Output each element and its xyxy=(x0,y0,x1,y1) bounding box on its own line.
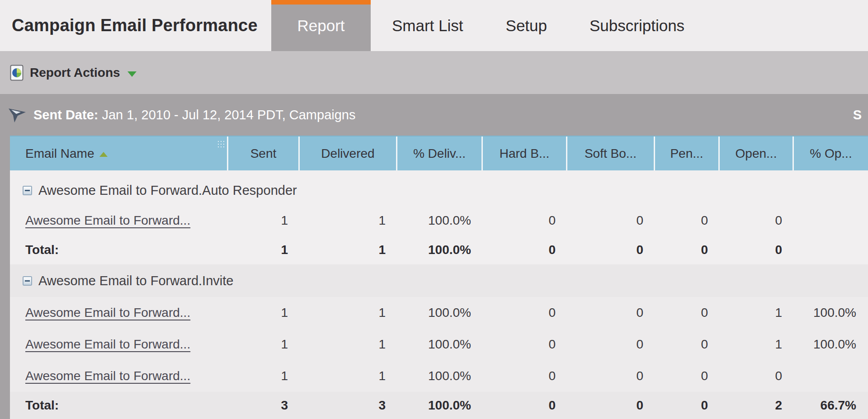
cell-pct-opens xyxy=(794,206,868,235)
table-row: Awesome Email to Forward... 1 1 100.0% 0… xyxy=(10,206,868,235)
tab-report-label: Report xyxy=(297,17,344,35)
cell-sent: 1 xyxy=(228,297,300,329)
cell-pending: 0 xyxy=(655,360,720,392)
total-sent: 1 xyxy=(228,235,300,264)
email-link[interactable]: Awesome Email to Forward... xyxy=(25,337,190,352)
column-header-pct-delivered[interactable]: % Deliv... xyxy=(397,137,483,170)
table-row: Awesome Email to Forward... 1 1 100.0% 0… xyxy=(10,360,868,392)
cell-pct-opens: 100.0% xyxy=(794,297,868,329)
sort-asc-icon xyxy=(99,152,108,157)
total-pending: 0 xyxy=(655,392,720,419)
tab-smart-list-label: Smart List xyxy=(392,17,463,35)
filter-label: Sent Date: xyxy=(33,108,98,122)
column-header-pending[interactable]: Pen... xyxy=(655,137,720,170)
column-grip-icon[interactable] xyxy=(217,140,224,148)
page-title: Campaign Email Performance xyxy=(0,0,271,51)
group-header: Awesome Email to Forward.Invite xyxy=(10,264,868,297)
cell-delivered: 1 xyxy=(300,360,397,392)
table-row: Awesome Email to Forward... 1 1 100.0% 0… xyxy=(10,297,868,329)
total-hard-bounce: 0 xyxy=(483,392,567,419)
cell-pending: 0 xyxy=(655,206,720,235)
cell-pct-opens xyxy=(794,360,868,392)
report-icon xyxy=(10,65,24,81)
column-header-sent[interactable]: Sent xyxy=(228,137,300,170)
filter-summary-text: Sent Date: Jan 1, 2010 - Jul 12, 2014 PD… xyxy=(33,108,355,122)
table-body: Awesome Email to Forward.Auto Responder … xyxy=(10,170,868,419)
total-soft-bounce: 0 xyxy=(567,392,655,419)
cell-hard-bounce: 0 xyxy=(483,297,567,329)
cell-soft-bounce: 0 xyxy=(567,297,655,329)
column-header-pct-opens[interactable]: % Op... xyxy=(794,137,868,170)
group-total-row: Total: 1 1 100.0% 0 0 0 0 xyxy=(10,235,868,264)
collapse-icon[interactable] xyxy=(23,186,32,195)
total-soft-bounce: 0 xyxy=(567,235,655,264)
tab-smart-list[interactable]: Smart List xyxy=(371,0,485,51)
total-pct-delivered: 100.0% xyxy=(397,392,483,419)
column-header-opens[interactable]: Open... xyxy=(720,137,794,170)
filter-value: Jan 1, 2010 - Jul 12, 2014 PDT, Campaign… xyxy=(98,108,355,122)
cell-soft-bounce: 0 xyxy=(567,206,655,235)
filter-summary-bar: Sent Date: Jan 1, 2010 - Jul 12, 2014 PD… xyxy=(0,94,868,136)
tabs: Report Smart List Setup Subscriptions xyxy=(271,0,706,51)
cell-hard-bounce: 0 xyxy=(483,329,567,360)
collapse-icon[interactable] xyxy=(23,276,32,286)
tab-setup-label: Setup xyxy=(506,17,547,35)
total-delivered: 3 xyxy=(300,392,397,419)
group-auto-responder: Awesome Email to Forward.Auto Responder … xyxy=(10,170,868,264)
group-name: Awesome Email to Forward.Auto Responder xyxy=(38,183,297,198)
group-invite: Awesome Email to Forward.Invite Awesome … xyxy=(10,264,868,419)
cell-opens: 0 xyxy=(720,206,794,235)
report-actions-button[interactable]: Report Actions xyxy=(30,66,120,80)
tab-setup[interactable]: Setup xyxy=(485,0,568,51)
column-header-label: Email Name xyxy=(25,146,94,161)
tab-report[interactable]: Report xyxy=(271,0,371,51)
total-sent: 3 xyxy=(228,392,300,419)
total-hard-bounce: 0 xyxy=(483,235,567,264)
cell-pct-delivered: 100.0% xyxy=(397,329,483,360)
cell-sent: 1 xyxy=(228,360,300,392)
total-opens: 0 xyxy=(720,235,794,264)
cell-opens: 1 xyxy=(720,329,794,360)
total-pct-opens xyxy=(794,235,868,264)
total-pending: 0 xyxy=(655,235,720,264)
column-header-email-name[interactable]: Email Name xyxy=(10,137,228,170)
total-delivered: 1 xyxy=(300,235,397,264)
cell-delivered: 1 xyxy=(300,329,397,360)
total-label: Total: xyxy=(10,392,228,419)
dropdown-caret-icon[interactable] xyxy=(127,71,137,77)
group-name: Awesome Email to Forward.Invite xyxy=(38,273,233,288)
total-opens: 2 xyxy=(720,392,794,419)
cell-soft-bounce: 0 xyxy=(567,360,655,392)
cell-pct-delivered: 100.0% xyxy=(397,297,483,329)
cell-hard-bounce: 0 xyxy=(483,206,567,235)
cell-sent: 1 xyxy=(228,206,300,235)
email-link[interactable]: Awesome Email to Forward... xyxy=(25,213,190,228)
active-tab-accent xyxy=(271,0,371,5)
cell-opens: 0 xyxy=(720,360,794,392)
cell-pct-delivered: 100.0% xyxy=(397,206,483,235)
cell-pct-opens: 100.0% xyxy=(794,329,868,360)
filter-icon xyxy=(7,105,27,124)
cell-opens: 1 xyxy=(720,297,794,329)
report-table: Email Name Sent Delivered % Deliv... Har… xyxy=(0,136,868,419)
cell-sent: 1 xyxy=(228,329,300,360)
table-header-row: Email Name Sent Delivered % Deliv... Har… xyxy=(10,136,868,170)
cell-pct-delivered: 100.0% xyxy=(397,360,483,392)
tab-subscriptions[interactable]: Subscriptions xyxy=(568,0,706,51)
cell-pending: 0 xyxy=(655,329,720,360)
tab-subscriptions-label: Subscriptions xyxy=(590,17,684,35)
column-header-delivered[interactable]: Delivered xyxy=(300,137,397,170)
total-pct-opens: 66.7% xyxy=(794,392,868,419)
cell-delivered: 1 xyxy=(300,297,397,329)
tab-bar: Campaign Email Performance Report Smart … xyxy=(0,0,868,51)
group-header: Awesome Email to Forward.Auto Responder xyxy=(10,170,868,206)
total-pct-delivered: 100.0% xyxy=(397,235,483,264)
email-link[interactable]: Awesome Email to Forward... xyxy=(25,369,190,383)
email-link[interactable]: Awesome Email to Forward... xyxy=(25,306,190,320)
group-total-row: Total: 3 3 100.0% 0 0 0 2 66.7% xyxy=(10,392,868,419)
column-header-hard-bounce[interactable]: Hard B... xyxy=(483,137,567,170)
column-header-soft-bounce[interactable]: Soft Bo... xyxy=(567,137,655,170)
filter-bar-right-text: S xyxy=(853,108,862,122)
cell-soft-bounce: 0 xyxy=(567,329,655,360)
app-root: Campaign Email Performance Report Smart … xyxy=(0,0,868,419)
